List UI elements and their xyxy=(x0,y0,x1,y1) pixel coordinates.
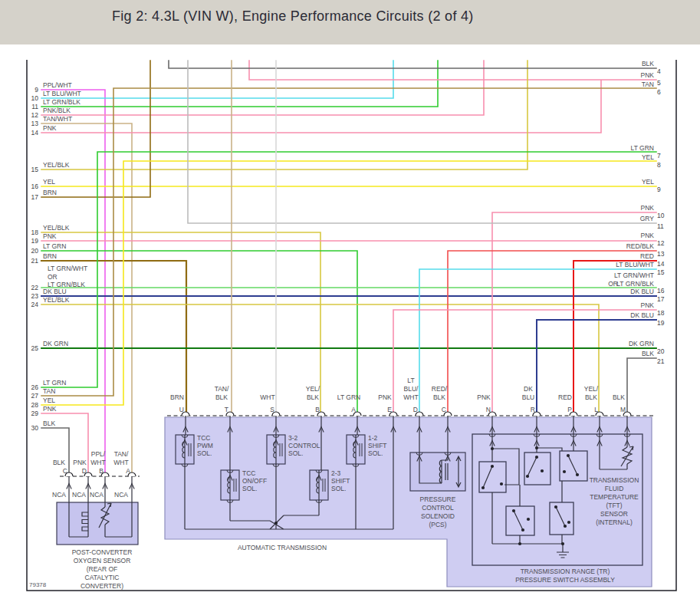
nca-label: NCA xyxy=(90,491,104,499)
left-pin-number: 28 xyxy=(31,401,39,409)
tr-label: PRESSURE SWITCH ASSEMBLY xyxy=(515,576,615,584)
right-pin-number: 12 xyxy=(657,239,665,247)
left-pin-number: 23 xyxy=(31,292,39,300)
pcs-label: CONTROL xyxy=(422,504,454,512)
left-pin-label: LT GRN/WHT xyxy=(48,265,87,272)
right-pin-number: 16 xyxy=(657,287,665,295)
pin-color: PPL/ xyxy=(91,450,106,458)
tft-label: (TFT) xyxy=(606,502,622,509)
right-pin-number: 17 xyxy=(657,295,665,303)
tft-label: (INTERNAL) xyxy=(596,518,633,526)
left-pin-label: LT BLU/WHT xyxy=(43,90,81,97)
right-pin-label: PNK xyxy=(641,301,655,309)
tr-label: TRANSMISSION RANGE (TR) xyxy=(521,568,610,575)
pin-letter: T xyxy=(225,406,228,413)
pin-letter: B xyxy=(315,406,320,413)
left-pin-number: 14 xyxy=(31,129,39,137)
pin-color: RED/ xyxy=(432,385,448,393)
right-pin-label: BLK xyxy=(642,60,654,67)
right-pin-label: DK BLU xyxy=(630,311,654,319)
pin-letter: P xyxy=(567,406,572,413)
pin-color: BLK xyxy=(613,393,625,401)
wiring-diagram-canvas: 9 PPL/WHT 10 LT BLU/WHT 11 LT GRN/BLK 12… xyxy=(0,0,700,599)
right-pin-label: LT BLU/WHT xyxy=(616,261,654,268)
right-pin-label: PNK xyxy=(641,232,655,239)
pin-letter: C xyxy=(63,467,67,475)
left-pin-number: 27 xyxy=(31,392,39,400)
nca-label: NCA xyxy=(114,491,128,499)
pin-color: WHT xyxy=(113,459,128,466)
left-pin-number: 17 xyxy=(31,193,39,201)
left-pin-label: PNK xyxy=(43,124,57,132)
o2-sensor-label: OXYGEN SENSOR xyxy=(74,557,131,564)
o2-sensor-label: CATALYTIC xyxy=(85,574,120,581)
left-pin-number: 19 xyxy=(31,237,39,245)
pin-color: PNK xyxy=(378,393,392,401)
left-pin-number: 29 xyxy=(31,410,39,417)
tft-label: TRANSMISSION xyxy=(590,476,639,484)
pin-color: WHT xyxy=(403,393,418,401)
solenoid-label: SOL. xyxy=(242,485,257,492)
left-pin-number: 11 xyxy=(31,103,38,110)
pin-letter: U xyxy=(179,406,184,413)
right-pin-label: YEL xyxy=(642,178,654,186)
left-pin-label: YEL/BLK xyxy=(43,224,70,232)
right-pin-number: 11 xyxy=(657,222,664,230)
left-pin-number: 18 xyxy=(31,229,39,236)
right-pin-number: 9 xyxy=(657,186,661,193)
left-pin-label: YEL/BLK xyxy=(43,161,70,169)
pin-letter: D xyxy=(82,467,87,475)
right-pin-number: 18 xyxy=(657,309,665,317)
left-p in-label: PNK xyxy=(43,232,57,240)
right-pin-number: 7 xyxy=(657,152,661,160)
pin-color: RED xyxy=(558,393,572,401)
left-pin-number: 30 xyxy=(31,424,39,432)
left-pin-number: 15 xyxy=(31,166,39,173)
left-pin-number: 12 xyxy=(31,111,39,119)
solenoid-label: PWM xyxy=(197,442,213,449)
o2-sensor-label: (REAR OF xyxy=(87,565,118,573)
left-pin-label: LT GRN xyxy=(43,379,66,387)
right-pin-number: 21 xyxy=(657,357,665,365)
pin-color: PNK xyxy=(477,393,491,401)
left-pin-number: 13 xyxy=(31,120,39,127)
solenoid-label: SOL. xyxy=(197,449,212,457)
left-pin-number: 25 xyxy=(31,344,39,352)
pin-letter: S xyxy=(270,406,274,413)
left-pin-number: 9 xyxy=(35,86,38,94)
left-pin-number: 10 xyxy=(31,94,39,102)
pin-letter: B xyxy=(99,467,104,475)
right-pin-number: 20 xyxy=(657,347,665,355)
pcs-label: PRESSURE xyxy=(420,495,456,503)
o2-sensor-label: POST-CONVERTER xyxy=(72,548,133,556)
solenoid-label: ON/OFF xyxy=(242,477,267,485)
right-pin-label: RED xyxy=(640,252,654,260)
solenoid-label: 1-2 xyxy=(368,434,378,442)
right-pin-label: LT GRN xyxy=(631,144,654,152)
left-pin-label: BLK xyxy=(43,420,55,427)
solenoid-label: TCC xyxy=(197,434,210,442)
automatic-transmission-label: AUTOMATIC TRANSMISSION xyxy=(238,544,327,551)
left-pin-label: YEL xyxy=(43,178,55,186)
pin-letter: A xyxy=(126,467,130,475)
right-pin-number: 5 xyxy=(657,79,661,87)
pcs-label: (PCS) xyxy=(429,521,446,528)
right-pin-number: 4 xyxy=(657,67,661,75)
pin-color: LT GRN xyxy=(337,393,360,401)
right-pin-number: 13 xyxy=(657,250,665,258)
solenoid-label: SOL. xyxy=(368,449,383,457)
pin-letter: M xyxy=(620,406,626,413)
pin-color: BLU xyxy=(522,393,535,401)
pin-color: DK xyxy=(524,385,533,393)
left-pin-label: BRN xyxy=(43,252,57,260)
right-pin-label: DK GRN xyxy=(629,340,654,347)
nca-label: NCA xyxy=(52,491,66,499)
pin-letter: D xyxy=(413,406,418,413)
right-pin-label: LT GRN/WHT xyxy=(614,272,654,279)
right-pin-label: RED/BLK xyxy=(626,242,655,250)
tft-label: SENSOR xyxy=(600,510,628,518)
solenoid-label: SOL. xyxy=(288,449,303,457)
pcs-label: SOLENOID xyxy=(421,512,455,520)
left-pin-label: DK GRN xyxy=(43,340,68,347)
left-pin-number: 24 xyxy=(31,301,39,308)
